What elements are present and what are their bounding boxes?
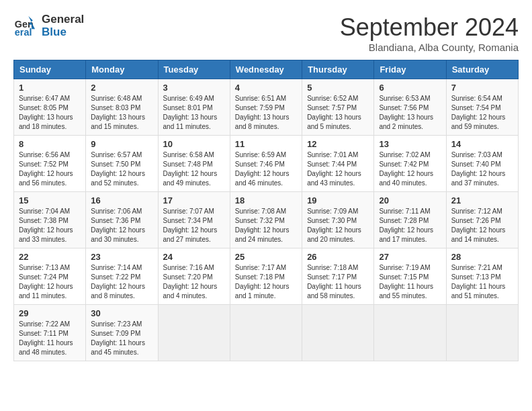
calendar-cell: 11Sunrise: 6:59 AM Sunset: 7:46 PM Dayli…: [230, 136, 302, 192]
calendar-cell: 22Sunrise: 7:13 AM Sunset: 7:24 PM Dayli…: [14, 248, 86, 305]
day-info: Sunrise: 6:54 AM Sunset: 7:54 PM Dayligh…: [451, 94, 513, 132]
calendar-cell: [302, 305, 374, 361]
month-title: September 2024: [340, 13, 519, 42]
calendar-cell: 6Sunrise: 6:53 AM Sunset: 7:56 PM Daylig…: [374, 79, 446, 136]
day-number: 22: [19, 252, 81, 262]
day-number: 11: [235, 139, 297, 149]
day-info: Sunrise: 7:17 AM Sunset: 7:18 PM Dayligh…: [235, 263, 297, 301]
column-header-friday: Friday: [374, 60, 446, 79]
day-number: 16: [91, 195, 152, 205]
week-row-3: 15Sunrise: 7:04 AM Sunset: 7:38 PM Dayli…: [14, 192, 519, 248]
day-number: 3: [163, 83, 225, 93]
day-info: Sunrise: 7:18 AM Sunset: 7:17 PM Dayligh…: [307, 263, 369, 301]
logo-icon: Gen eral: [13, 14, 38, 38]
day-number: 20: [379, 195, 441, 205]
day-info: Sunrise: 7:07 AM Sunset: 7:34 PM Dayligh…: [163, 207, 225, 244]
calendar-cell: 21Sunrise: 7:12 AM Sunset: 7:26 PM Dayli…: [446, 192, 518, 248]
calendar-cell: 25Sunrise: 7:17 AM Sunset: 7:18 PM Dayli…: [230, 248, 302, 305]
calendar-cell: [446, 305, 518, 361]
day-number: 14: [451, 139, 513, 149]
day-info: Sunrise: 7:19 AM Sunset: 7:15 PM Dayligh…: [379, 263, 441, 301]
column-header-thursday: Thursday: [302, 60, 374, 79]
calendar-cell: 28Sunrise: 7:21 AM Sunset: 7:13 PM Dayli…: [446, 248, 518, 305]
day-number: 24: [163, 252, 225, 262]
day-number: 4: [235, 83, 297, 93]
day-number: 17: [163, 195, 225, 205]
day-info: Sunrise: 7:12 AM Sunset: 7:26 PM Dayligh…: [451, 207, 513, 244]
calendar-cell: [158, 305, 230, 361]
day-info: Sunrise: 7:14 AM Sunset: 7:22 PM Dayligh…: [91, 263, 152, 301]
calendar-cell: 27Sunrise: 7:19 AM Sunset: 7:15 PM Dayli…: [374, 248, 446, 305]
day-info: Sunrise: 6:49 AM Sunset: 8:01 PM Dayligh…: [163, 94, 225, 132]
day-info: Sunrise: 7:04 AM Sunset: 7:38 PM Dayligh…: [19, 207, 81, 244]
day-info: Sunrise: 7:13 AM Sunset: 7:24 PM Dayligh…: [19, 263, 81, 301]
week-row-2: 8Sunrise: 6:56 AM Sunset: 7:52 PM Daylig…: [14, 136, 519, 192]
day-number: 19: [307, 195, 369, 205]
day-number: 21: [451, 195, 513, 205]
day-number: 25: [235, 252, 297, 262]
logo-text: General Blue: [42, 13, 84, 38]
calendar-cell: 5Sunrise: 6:52 AM Sunset: 7:57 PM Daylig…: [302, 79, 374, 136]
day-number: 28: [451, 252, 513, 262]
day-info: Sunrise: 7:23 AM Sunset: 7:09 PM Dayligh…: [91, 320, 152, 357]
day-number: 27: [379, 252, 441, 262]
column-header-saturday: Saturday: [446, 60, 518, 79]
calendar-cell: 16Sunrise: 7:06 AM Sunset: 7:36 PM Dayli…: [86, 192, 158, 248]
calendar-cell: 12Sunrise: 7:01 AM Sunset: 7:44 PM Dayli…: [302, 136, 374, 192]
day-info: Sunrise: 7:21 AM Sunset: 7:13 PM Dayligh…: [451, 263, 513, 301]
day-number: 2: [91, 83, 152, 93]
day-number: 6: [379, 83, 441, 93]
calendar-cell: [374, 305, 446, 361]
week-row-5: 29Sunrise: 7:22 AM Sunset: 7:11 PM Dayli…: [14, 305, 519, 361]
calendar-cell: 8Sunrise: 6:56 AM Sunset: 7:52 PM Daylig…: [14, 136, 86, 192]
day-info: Sunrise: 7:16 AM Sunset: 7:20 PM Dayligh…: [163, 263, 225, 301]
day-info: Sunrise: 6:58 AM Sunset: 7:48 PM Dayligh…: [163, 150, 225, 188]
calendar-cell: 4Sunrise: 6:51 AM Sunset: 7:59 PM Daylig…: [230, 79, 302, 136]
calendar-cell: 26Sunrise: 7:18 AM Sunset: 7:17 PM Dayli…: [302, 248, 374, 305]
day-info: Sunrise: 7:06 AM Sunset: 7:36 PM Dayligh…: [91, 207, 152, 244]
svg-text:eral: eral: [15, 27, 32, 38]
day-info: Sunrise: 6:51 AM Sunset: 7:59 PM Dayligh…: [235, 94, 297, 132]
day-number: 5: [307, 83, 369, 93]
day-info: Sunrise: 6:53 AM Sunset: 7:56 PM Dayligh…: [379, 94, 441, 132]
calendar-table: SundayMondayTuesdayWednesdayThursdayFrid…: [13, 60, 519, 361]
calendar-cell: 9Sunrise: 6:57 AM Sunset: 7:50 PM Daylig…: [86, 136, 158, 192]
calendar-cell: 20Sunrise: 7:11 AM Sunset: 7:28 PM Dayli…: [374, 192, 446, 248]
calendar-cell: 24Sunrise: 7:16 AM Sunset: 7:20 PM Dayli…: [158, 248, 230, 305]
week-row-1: 1Sunrise: 6:47 AM Sunset: 8:05 PM Daylig…: [14, 79, 519, 136]
day-number: 29: [19, 308, 81, 318]
calendar-cell: 3Sunrise: 6:49 AM Sunset: 8:01 PM Daylig…: [158, 79, 230, 136]
location-subtitle: Blandiana, Alba County, Romania: [340, 42, 519, 53]
day-number: 12: [307, 139, 369, 149]
calendar-cell: 2Sunrise: 6:48 AM Sunset: 8:03 PM Daylig…: [86, 79, 158, 136]
calendar-cell: 18Sunrise: 7:08 AM Sunset: 7:32 PM Dayli…: [230, 192, 302, 248]
calendar-cell: 19Sunrise: 7:09 AM Sunset: 7:30 PM Dayli…: [302, 192, 374, 248]
day-info: Sunrise: 6:47 AM Sunset: 8:05 PM Dayligh…: [19, 94, 81, 132]
calendar-header-row: SundayMondayTuesdayWednesdayThursdayFrid…: [14, 60, 519, 79]
day-info: Sunrise: 6:57 AM Sunset: 7:50 PM Dayligh…: [91, 150, 152, 188]
calendar-cell: 14Sunrise: 7:03 AM Sunset: 7:40 PM Dayli…: [446, 136, 518, 192]
day-info: Sunrise: 7:11 AM Sunset: 7:28 PM Dayligh…: [379, 207, 441, 244]
day-number: 23: [91, 252, 152, 262]
calendar-cell: 23Sunrise: 7:14 AM Sunset: 7:22 PM Dayli…: [86, 248, 158, 305]
week-row-4: 22Sunrise: 7:13 AM Sunset: 7:24 PM Dayli…: [14, 248, 519, 305]
day-number: 15: [19, 195, 81, 205]
day-info: Sunrise: 6:48 AM Sunset: 8:03 PM Dayligh…: [91, 94, 152, 132]
calendar-cell: 30Sunrise: 7:23 AM Sunset: 7:09 PM Dayli…: [86, 305, 158, 361]
calendar-cell: 29Sunrise: 7:22 AM Sunset: 7:11 PM Dayli…: [14, 305, 86, 361]
day-number: 18: [235, 195, 297, 205]
column-header-monday: Monday: [86, 60, 158, 79]
day-number: 30: [91, 308, 152, 318]
day-number: 26: [307, 252, 369, 262]
day-info: Sunrise: 7:09 AM Sunset: 7:30 PM Dayligh…: [307, 207, 369, 244]
column-header-sunday: Sunday: [14, 60, 86, 79]
title-block: September 2024 Blandiana, Alba County, R…: [340, 13, 519, 53]
calendar-cell: 10Sunrise: 6:58 AM Sunset: 7:48 PM Dayli…: [158, 136, 230, 192]
calendar-cell: 1Sunrise: 6:47 AM Sunset: 8:05 PM Daylig…: [14, 79, 86, 136]
day-number: 7: [451, 83, 513, 93]
day-info: Sunrise: 7:22 AM Sunset: 7:11 PM Dayligh…: [19, 320, 81, 357]
day-info: Sunrise: 7:03 AM Sunset: 7:40 PM Dayligh…: [451, 150, 513, 188]
day-number: 9: [91, 139, 152, 149]
day-number: 1: [19, 83, 81, 93]
day-info: Sunrise: 7:01 AM Sunset: 7:44 PM Dayligh…: [307, 150, 369, 188]
